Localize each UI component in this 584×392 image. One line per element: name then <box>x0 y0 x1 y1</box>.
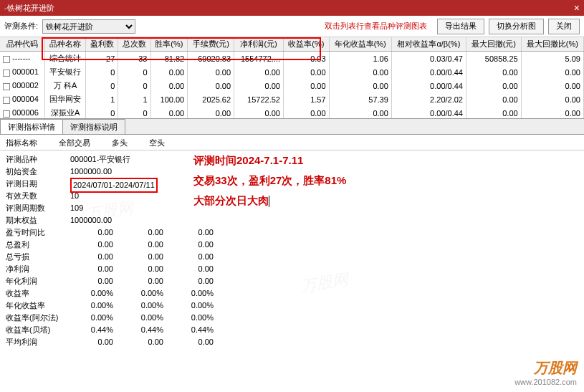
detail-value: 0.00 <box>171 226 221 239</box>
detail-value: 1000000.00 <box>70 166 178 178</box>
detail-panel: 评测时间2024-7.1-7.11 交易33次，盈利27次，胜率81% 大部分次… <box>0 150 584 351</box>
detail-row: 净利润0.000.000.00 <box>6 263 578 275</box>
detail-label: 评测日期 <box>6 178 70 190</box>
col-header[interactable]: 品种名称 <box>45 37 86 52</box>
detail-value: 0.00 <box>120 239 171 251</box>
detail-value: 0.00% <box>120 300 171 312</box>
detail-value: 0.00 <box>171 251 221 263</box>
detail-row: 总亏损0.000.000.00 <box>6 251 578 263</box>
table-row[interactable]: 000001平安银行000.000.000.000.000.000.00/0.4… <box>0 65 584 79</box>
annotation-text: 评测时间2024-7.1-7.11 交易33次，盈利27次，胜率81% 大部分次… <box>193 150 346 211</box>
condition-select[interactable]: 铁树花开进阶 <box>42 19 135 34</box>
detail-value: 0.00 <box>70 275 120 287</box>
detail-row: 年化利润0.000.000.00 <box>6 275 578 287</box>
table-row[interactable]: -------综合统计273381.8269020.831554772....0… <box>0 52 584 66</box>
tab-explain[interactable]: 评测指标说明 <box>62 119 125 134</box>
detail-value: 0.00% <box>70 287 120 300</box>
col-header[interactable]: 手续费(元) <box>188 37 234 52</box>
detail-value: 0.00 <box>70 226 120 239</box>
detail-label: 收益率 <box>6 287 70 300</box>
detail-value: 0.00 <box>70 239 120 251</box>
switch-chart-button[interactable]: 切换分析图 <box>489 19 544 34</box>
detail-row: 盈亏时间比0.000.000.00 <box>6 226 578 239</box>
text-cursor <box>269 196 269 207</box>
detail-value: 0.00% <box>70 300 120 312</box>
col-all[interactable]: 全部交易 <box>59 138 90 147</box>
detail-value: 0.00% <box>70 312 120 324</box>
detail-label: 评测周期数 <box>6 202 70 214</box>
detail-value: 1000000.00 <box>70 214 178 226</box>
condition-label: 评测条件: <box>4 21 38 32</box>
detail-value: 0.00% <box>171 300 221 312</box>
detail-value: 0.00 <box>171 239 221 251</box>
detail-value: 0.00 <box>171 336 221 348</box>
col-header[interactable]: 胜率(%) <box>150 37 188 52</box>
table-row[interactable]: 000004国华网安11100.002025.6215722.521.5757.… <box>0 92 584 106</box>
hint-text: 双击列表行查看品种评测图表 <box>325 21 427 32</box>
detail-row: 收益率0.00%0.00%0.00% <box>6 287 578 300</box>
detail-value: 0.00 <box>120 251 171 263</box>
detail-value: 0.44% <box>171 324 221 336</box>
watermark: 万股网 www.201082.com <box>514 358 577 386</box>
titlebar: -铁树花开进阶 × <box>0 0 584 16</box>
detail-value: 0.00 <box>70 251 120 263</box>
detail-label: 平均利润 <box>6 336 70 348</box>
detail-value: 0.00 <box>120 263 171 275</box>
detail-value: 000001-平安银行 <box>70 153 178 166</box>
detail-value: 0.00 <box>120 226 171 239</box>
detail-row: 收益率(贝塔)0.44%0.44%0.44% <box>6 324 578 336</box>
col-short[interactable]: 空头 <box>149 138 165 147</box>
tabs: 评测指标详情 评测指标说明 <box>0 119 584 135</box>
table-row[interactable]: 000006深振业A000.000.000.000.000.000.00/0.4… <box>0 106 584 119</box>
detail-label: 总亏损 <box>6 251 70 263</box>
detail-label: 年化收益率 <box>6 300 70 312</box>
col-header[interactable]: 最大回撤(元) <box>466 37 521 52</box>
table-row[interactable]: 000002万 科A000.000.000.000.000.000.00/0.4… <box>0 79 584 92</box>
col-header[interactable]: 收益率(%) <box>284 37 330 52</box>
table-header-row: 品种代码品种名称盈利数总次数胜率(%)手续费(元)净利润(元)收益率(%)年化收… <box>0 37 584 52</box>
detail-value: 0.00 <box>70 336 120 348</box>
detail-value: 0.44% <box>70 324 120 336</box>
detail-row: 总盈利0.000.000.00 <box>6 239 578 251</box>
close-icon[interactable]: × <box>574 0 580 16</box>
col-header[interactable]: 盈利数 <box>86 37 118 52</box>
detail-subheader: 指标名称 全部交易 多头 空头 <box>0 135 584 150</box>
col-long[interactable]: 多头 <box>112 138 128 147</box>
col-header[interactable]: 最大回撤比(%) <box>521 37 583 52</box>
detail-row: 平均利润0.000.000.00 <box>6 336 578 348</box>
tab-detail[interactable]: 评测指标详情 <box>0 119 63 134</box>
col-header[interactable]: 年化收益率(%) <box>329 37 391 52</box>
close-button[interactable]: 关闭 <box>548 19 580 34</box>
toolbar: 评测条件: 铁树花开进阶 双击列表行查看品种评测图表 导出结果 切换分析图 关闭 <box>0 16 584 37</box>
detail-row: 期末权益1000000.00 <box>6 214 578 226</box>
detail-value: 0.00% <box>171 287 221 300</box>
col-name[interactable]: 指标名称 <box>6 138 37 147</box>
detail-value: 10 <box>70 190 178 202</box>
detail-value: 0.00 <box>120 275 171 287</box>
grid-area: 品种代码品种名称盈利数总次数胜率(%)手续费(元)净利润(元)收益率(%)年化收… <box>0 37 584 119</box>
watermark-brand: 万股网 <box>514 358 577 378</box>
detail-label: 收益率(贝塔) <box>6 324 70 336</box>
detail-label: 年化利润 <box>6 275 70 287</box>
detail-label: 收益率(阿尔法) <box>6 312 70 324</box>
export-button[interactable]: 导出结果 <box>437 19 484 34</box>
detail-value: 0.00 <box>120 336 171 348</box>
detail-label: 总盈利 <box>6 239 70 251</box>
watermark-url: www.201082.com <box>514 378 577 386</box>
detail-value: 109 <box>70 202 178 214</box>
detail-row: 年化收益率0.00%0.00%0.00% <box>6 300 578 312</box>
col-header[interactable]: 品种代码 <box>0 37 45 52</box>
detail-value: 0.00% <box>120 287 171 300</box>
detail-value: 2024/07/01-2024/07/11 <box>70 178 178 190</box>
col-header[interactable]: 相对收益率α/β(%) <box>391 37 466 52</box>
detail-label: 有效天数 <box>6 190 70 202</box>
detail-label: 净利润 <box>6 263 70 275</box>
detail-label: 期末权益 <box>6 214 70 226</box>
result-table: 品种代码品种名称盈利数总次数胜率(%)手续费(元)净利润(元)收益率(%)年化收… <box>0 37 584 119</box>
col-header[interactable]: 净利润(元) <box>234 37 284 52</box>
detail-value: 0.00 <box>70 263 120 275</box>
detail-label: 评测品种 <box>6 153 70 166</box>
detail-label: 盈亏时间比 <box>6 226 70 239</box>
col-header[interactable]: 总次数 <box>118 37 150 52</box>
detail-value: 0.00% <box>171 312 221 324</box>
